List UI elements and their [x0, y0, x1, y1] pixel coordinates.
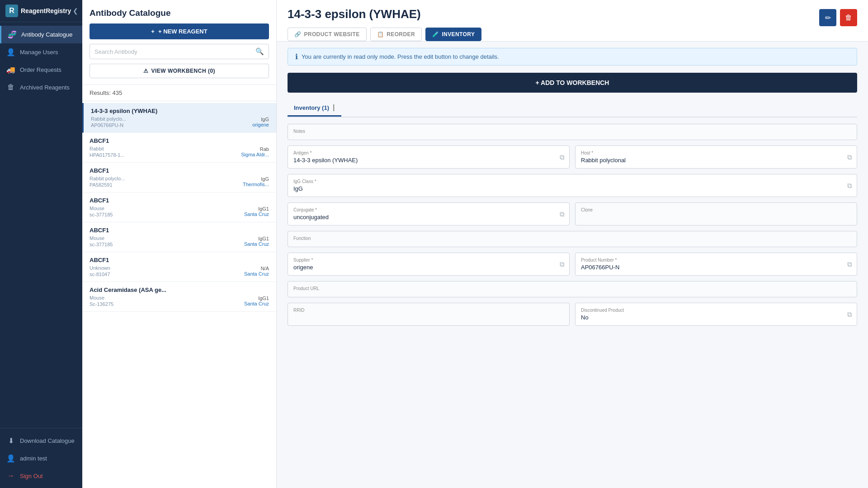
reagent-meta: Rabbit polyclo... AP06766PU-N IgG origen… [91, 116, 269, 128]
inventory-icon: 🧪 [432, 31, 439, 38]
sidebar-item-label: Archived Reagents [20, 84, 70, 91]
copy-host-icon[interactable]: ⧉ [847, 153, 852, 161]
delete-button[interactable]: 🗑 [840, 9, 857, 26]
product-number-field: Product Number * AP06766PU-N ⧉ [575, 253, 857, 276]
workbench-icon: ⚠ [143, 68, 149, 74]
form-section: Notes Antigen * 14-3-3 epsilon (YWHAE) ⧉… [288, 124, 857, 339]
conjugate-field: Conjugate * unconjugated ⧉ [288, 202, 570, 225]
copy-supplier-icon[interactable]: ⧉ [560, 260, 565, 268]
reagent-name: ABCF1 [90, 227, 269, 234]
inventory-button[interactable]: 🧪 INVENTORY [425, 28, 481, 41]
reagent-supplier: Santa Cruz [244, 271, 269, 277]
sidebar-footer-download-catalogue[interactable]: ⬇ Download Catalogue [0, 432, 82, 450]
reagent-catalog: sc-377185 [90, 242, 113, 247]
discontinued-product-field: Discontinued Product No ⧉ [575, 303, 857, 326]
rrid-field: RRID [288, 303, 570, 326]
conjugate-value: unconjugated [293, 214, 552, 221]
reagent-igg: IgG1 [244, 296, 269, 301]
list-item[interactable]: ABCF1 Mouse sc-377185 IgG1 Santa Cruz [82, 222, 276, 252]
sidebar-footer-admin-test[interactable]: 👤 admin test [0, 450, 82, 467]
sidebar-header: R ReagentRegistry ❮ [0, 0, 82, 22]
discontinued-product-label: Discontinued Product [581, 308, 840, 313]
sidebar-item-manage-users[interactable]: 👤 Manage Users [0, 43, 82, 61]
list-item[interactable]: ABCF1 Rabbit HPA017578-1... Rab Sigma Al… [82, 133, 276, 163]
copy-discontinued-icon[interactable]: ⧉ [847, 310, 852, 319]
sidebar-footer-sign-out[interactable]: → Sign Out [0, 467, 82, 484]
view-workbench-button[interactable]: ⚠ VIEW WORKBENCH (0) [90, 64, 269, 78]
reagent-catalog: sc-377185 [90, 212, 113, 217]
results-count: Results: 435 [82, 85, 276, 101]
product-website-icon: 🔗 [294, 31, 301, 38]
right-panel: 14-3-3 epsilon (YWHAE) 🔗 PRODUCT WEBSITE… [277, 0, 868, 488]
search-input[interactable] [94, 48, 255, 55]
supplier-label: Supplier * [293, 258, 552, 263]
inventory-label: INVENTORY [442, 31, 475, 38]
discontinued-product-value: No [581, 314, 840, 321]
delete-icon: 🗑 [845, 14, 852, 22]
reagent-host: Unknown [90, 265, 110, 271]
trash-icon: 🗑 [6, 83, 15, 91]
antigen-label: Antigen * [293, 150, 552, 155]
reagent-meta: Mouse Sc-136275 IgG1 Santa Cruz [90, 295, 269, 307]
read-only-banner: ℹ You are currently in read only mode. P… [288, 48, 857, 66]
list-item[interactable]: ABCF1 Unknown sc-81047 N/A Santa Cruz [82, 252, 276, 282]
copy-product-number-icon[interactable]: ⧉ [847, 260, 852, 268]
sidebar-item-antibody-catalogue[interactable]: 🧬 Antibody Catalogue [0, 26, 82, 43]
host-field: Host * Rabbit polyclonal ⧉ [575, 145, 857, 169]
reagent-igg: IgG [243, 176, 269, 182]
conjugate-clone-row: Conjugate * unconjugated ⧉ Clone [288, 202, 857, 225]
copy-conjugate-icon[interactable]: ⧉ [560, 210, 565, 218]
reagent-host: Rabbit [90, 146, 124, 151]
truck-icon: 🚚 [6, 66, 15, 74]
sidebar-item-order-requests[interactable]: 🚚 Order Requests [0, 61, 82, 79]
sidebar-item-label: Order Requests [20, 66, 61, 73]
download-icon: ⬇ [6, 436, 15, 445]
info-icon: ℹ [295, 52, 298, 61]
dna-icon: 🧬 [8, 30, 17, 39]
add-workbench-label: + ADD TO WORKBENCH [536, 79, 609, 86]
reagent-meta: Rabbit HPA017578-1... Rab Sigma Aldr... [90, 146, 269, 158]
reorder-button[interactable]: 📋 REORDER [370, 28, 422, 41]
copy-igg-icon[interactable]: ⧉ [847, 182, 852, 190]
app-name: ReagentRegistry [21, 7, 71, 14]
reagent-supplier: Sigma Aldr... [241, 152, 269, 157]
reagent-supplier: Santa Cruz [244, 301, 269, 306]
sidebar-item-archived-reagents[interactable]: 🗑 Archived Reagents [0, 79, 82, 96]
rrid-discontinued-row: RRID Discontinued Product No ⧉ [288, 303, 857, 326]
list-item[interactable]: 14-3-3 epsilon (YWHAE) Rabbit polyclo...… [82, 103, 276, 133]
copy-antigen-icon[interactable]: ⧉ [560, 153, 565, 161]
tab-inventory[interactable]: Inventory (1) | [288, 100, 341, 117]
new-reagent-button[interactable]: + + NEW REAGENT [90, 23, 269, 39]
list-item[interactable]: ABCF1 Mouse sc-377185 IgG1 Santa Cruz [82, 192, 276, 222]
reagent-igg: Rab [241, 146, 269, 152]
download-catalogue-label: Download Catalogue [20, 437, 75, 444]
admin-test-label: admin test [20, 455, 47, 462]
list-item[interactable]: Acid Ceramidase (ASA ge... Mouse Sc-1362… [82, 282, 276, 312]
right-panel-header: 14-3-3 epsilon (YWHAE) 🔗 PRODUCT WEBSITE… [277, 0, 868, 42]
sidebar: R ReagentRegistry ❮ 🧬 Antibody Catalogue… [0, 0, 82, 488]
product-number-value: AP06766PU-N [581, 264, 840, 271]
reagent-meta: Rabbit polyclo... PA582591 IgG Thermofis… [90, 176, 269, 188]
sidebar-collapse-button[interactable]: ❮ [71, 5, 80, 16]
conjugate-label: Conjugate * [293, 207, 552, 212]
edit-button[interactable]: ✏ [819, 9, 836, 26]
reagent-name: ABCF1 [90, 167, 269, 174]
app-logo: R ReagentRegistry [5, 5, 71, 17]
reagent-catalog: AP06766PU-N [91, 122, 126, 128]
inventory-tab-row: Inventory (1) | [288, 100, 857, 117]
readonly-message: You are currently in read only mode. Pre… [302, 53, 499, 60]
clone-label: Clone [581, 207, 840, 212]
reagent-meta: Unknown sc-81047 N/A Santa Cruz [90, 265, 269, 277]
search-icon: 🔍 [255, 47, 264, 56]
product-url-label: Product URL [293, 286, 840, 291]
reagent-name: 14-3-3 epsilon (YWHAE) [91, 108, 269, 114]
right-panel-title-group: 14-3-3 epsilon (YWHAE) 🔗 PRODUCT WEBSITE… [288, 7, 481, 41]
product-website-label: PRODUCT WEBSITE [304, 31, 359, 38]
add-to-workbench-button[interactable]: + ADD TO WORKBENCH [288, 73, 857, 93]
new-reagent-label: + NEW REAGENT [158, 28, 208, 35]
inventory-tab-label: Inventory (1) [294, 104, 329, 111]
product-website-button[interactable]: 🔗 PRODUCT WEBSITE [288, 28, 367, 41]
rrid-label: RRID [293, 308, 552, 313]
plus-icon: + [151, 28, 155, 35]
list-item[interactable]: ABCF1 Rabbit polyclo... PA582591 IgG The… [82, 163, 276, 192]
